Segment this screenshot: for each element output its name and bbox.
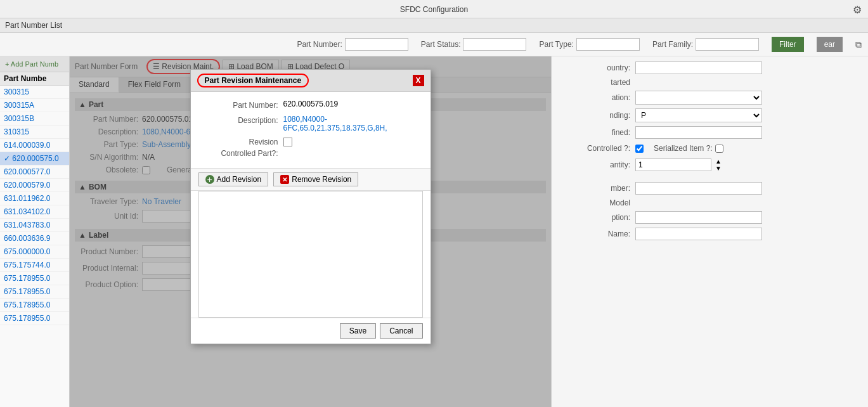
revision-checkbox[interactable] [283,138,292,146]
part-revision-modal: Part Revision Maintenance X Part Number:… [190,69,431,344]
option-input[interactable] [635,211,762,224]
antity-label: antity: [557,160,633,169]
modal-cancel-button[interactable]: Cancel [380,323,422,339]
spinner-up[interactable]: ▲▼ [715,158,722,172]
fined-label: fined: [557,128,633,137]
mber-input[interactable] [635,182,762,195]
app-title: SFDC Configuration [400,5,468,14]
modal-action-bar: + Add Revision ✕ Remove Revision [191,168,431,191]
list-item[interactable]: 675.178955.0 [0,272,69,285]
part-number-input[interactable] [345,38,408,51]
list-item[interactable]: 300315B [0,112,69,126]
list-item[interactable]: 675.000000.0 [0,245,69,259]
filter-row: Part Number: Part Status: Part Type: Par… [0,33,868,56]
fined-input[interactable] [635,126,762,139]
part-type-label: Part Type: [539,40,573,49]
serialized-checkbox[interactable] [715,145,723,153]
controlled-row: Controlled ?: Serialized Item ?: [557,144,863,153]
antity-row: antity: ▲▼ [557,158,863,172]
modal-close-button[interactable]: X [413,75,424,86]
copy-icon: ⧉ [855,39,862,50]
modal-part-number-value: 620.000575.019 [283,100,420,108]
gear-icon[interactable]: ⚙ [853,4,862,16]
list-item[interactable]: 631.011962.0 [0,192,69,205]
modal-list-area [198,191,423,318]
list-item[interactable]: 675.178955.0 [0,299,69,312]
controlled-checkbox[interactable] [635,145,644,153]
modal-controlled-label: Controlled Part?: [201,149,283,158]
list-item[interactable]: ✓ 620.000575.0 [0,152,69,165]
modal-description-label: Description: [201,115,283,125]
modal-save-button[interactable]: Save [340,323,376,339]
remove-revision-button[interactable]: ✕ Remove Revision [273,172,358,186]
list-item[interactable]: 614.000039.0 [0,139,69,152]
antity-input[interactable] [635,158,711,171]
model-label: Model [557,198,633,207]
nding-row: nding: P [557,108,863,122]
modal-overlay: Part Revision Maintenance X Part Number:… [70,56,551,407]
part-list: + Add Part Numb Part Numbe 300315 300315… [0,56,70,407]
fined-row: fined: [557,126,863,139]
list-item[interactable]: 300315 [0,86,69,99]
list-item[interactable]: 675.178955.0 [0,285,69,299]
list-item[interactable]: 310315 [0,126,69,139]
part-number-filter: Part Number: [297,38,408,51]
serialized-label: Serialized Item ?: [654,144,713,153]
modal-title-bar: Part Revision Maintenance X [191,70,431,92]
part-status-input[interactable] [463,38,526,51]
mber-label: mber: [557,184,633,193]
country-label: ountry: [557,63,633,72]
modal-part-number-row: Part Number: 620.000575.019 [201,100,420,110]
modal-revision-row: Revision [201,138,420,146]
panel-title: Part Number List [0,18,868,33]
name-input[interactable] [635,228,762,240]
modal-controlled-row: Controlled Part?: [201,149,420,158]
list-item[interactable]: 660.003636.9 [0,232,69,245]
modal-description-value: 1080,N4000-6FC,65.0,21.375,18.375,G,8H, [283,115,420,132]
controlled-label: Controlled ?: [557,144,633,153]
modal-title: Part Revision Maintenance [197,74,309,87]
filter-button[interactable]: Filter [772,37,804,52]
add-part-button[interactable]: + Add Part Numb [4,59,60,69]
list-item[interactable]: 631.043783.0 [0,219,69,232]
option-row: ption: [557,211,863,224]
modal-revision-label: Revision [201,138,283,146]
modal-part-number-label: Part Number: [201,100,283,110]
option-label: ption: [557,213,633,222]
part-type-input[interactable] [576,38,640,51]
part-status-label: Part Status: [421,40,461,49]
list-item[interactable]: 620.000577.0 [0,165,69,179]
right-panel: ountry: tarted ation: nding: P fined: Co… [551,56,868,407]
started-label: tarted [557,78,633,87]
part-type-filter: Part Type: [539,38,639,51]
list-item[interactable]: 631.034102.0 [0,205,69,219]
started-row: tarted [557,78,863,87]
content-area: Part Number Form ☰ Revision Maint. ⊞ Loa… [70,56,551,407]
part-family-input[interactable] [696,38,759,51]
part-list-header: + Add Part Numb [0,56,69,72]
country-input[interactable] [635,61,762,74]
name-label: Name: [557,229,633,238]
list-item[interactable]: 620.000579.0 [0,179,69,192]
add-revision-label: Add Revision [217,175,262,184]
ation-select[interactable] [635,91,762,105]
list-item[interactable]: 300315A [0,99,69,112]
model-row: Model [557,198,863,207]
clear-button[interactable]: ear [817,37,843,52]
ation-label: ation: [557,93,633,102]
part-list-column-header: Part Numbe [0,72,69,86]
add-revision-button[interactable]: + Add Revision [198,172,269,186]
part-status-filter: Part Status: [421,38,527,51]
name-row: Name: [557,228,863,240]
title-bar: SFDC Configuration ⚙ [0,0,868,18]
list-item[interactable]: 675.175744.0 [0,259,69,272]
modal-footer: Save Cancel [191,318,431,344]
modal-description-row: Description: 1080,N4000-6FC,65.0,21.375,… [201,115,420,132]
modal-body: Part Number: 620.000575.019 Description:… [191,92,431,168]
mber-row: mber: [557,182,863,195]
remove-icon: ✕ [280,175,289,184]
nding-label: nding: [557,111,633,120]
nding-select[interactable]: P [635,108,762,122]
list-item[interactable]: 675.178955.0 [0,312,69,325]
country-row: ountry: [557,61,863,74]
